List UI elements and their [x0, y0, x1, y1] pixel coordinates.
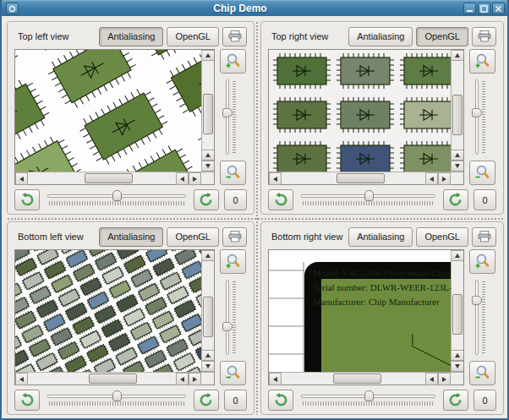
opengl-button[interactable]: OpenGL	[416, 27, 468, 46]
zoom-slider-handle[interactable]	[472, 296, 482, 305]
graphics-view[interactable]	[15, 50, 201, 172]
rotate-right-button[interactable]	[443, 189, 468, 210]
rotate-right-button[interactable]	[443, 390, 468, 411]
opengl-button[interactable]: OpenGL	[416, 227, 468, 247]
zoom-in-button[interactable]	[469, 249, 495, 274]
scroll-up-button[interactable]	[452, 50, 463, 61]
scroll-up-button[interactable]	[202, 250, 214, 261]
reset-button[interactable]: 0	[224, 189, 247, 210]
scroll-right-button[interactable]	[438, 373, 451, 385]
scroll-left-button[interactable]	[15, 373, 28, 385]
vertical-scroll-thumb[interactable]	[203, 94, 213, 134]
scroll-right-button[interactable]	[438, 172, 451, 185]
scroll-down-button[interactable]	[202, 361, 214, 372]
scroll-up-button-2[interactable]	[202, 350, 214, 361]
antialiasing-button[interactable]: Antialiasing	[99, 27, 163, 46]
zoom-slider[interactable]	[218, 78, 247, 156]
maximize-button[interactable]	[478, 3, 490, 14]
reset-button[interactable]: 0	[224, 390, 247, 411]
rotate-left-button[interactable]	[14, 189, 40, 210]
titlebar[interactable]: Chip Demo	[2, 0, 507, 16]
minimize-button[interactable]	[463, 3, 476, 14]
rotate-right-button[interactable]	[194, 189, 219, 210]
vertical-scroll-track[interactable]	[202, 261, 214, 350]
rotate-slider-handle[interactable]	[364, 190, 374, 201]
zoom-out-button[interactable]	[469, 361, 495, 385]
vertical-scrollbar[interactable]	[201, 50, 214, 172]
zoom-out-button[interactable]	[469, 161, 495, 185]
scroll-up-button-2[interactable]	[452, 350, 463, 361]
zoom-slider[interactable]	[468, 78, 496, 156]
scroll-left-button-2[interactable]	[425, 373, 438, 385]
horizontal-scroll-thumb[interactable]	[89, 374, 137, 384]
graphics-view[interactable]	[15, 250, 201, 372]
horizontal-scrollbar[interactable]	[15, 372, 214, 385]
horizontal-scrollbar[interactable]	[15, 172, 214, 184]
vertical-scroll-track[interactable]	[452, 261, 463, 350]
horizontal-scroll-thumb[interactable]	[337, 173, 385, 183]
print-button[interactable]	[472, 227, 496, 247]
zoom-in-button[interactable]	[220, 249, 246, 274]
rotate-slider[interactable]	[299, 188, 437, 211]
antialiasing-button[interactable]: Antialiasing	[348, 27, 413, 46]
horizontal-scrollbar[interactable]	[269, 372, 463, 385]
zoom-in-button[interactable]	[220, 49, 246, 74]
scroll-left-button-2[interactable]	[176, 172, 189, 185]
vertical-splitter-handle[interactable]	[254, 21, 260, 415]
print-button[interactable]	[472, 27, 496, 46]
scroll-up-button[interactable]	[452, 250, 463, 261]
rotate-left-button[interactable]	[268, 189, 293, 210]
rotate-right-button[interactable]	[194, 390, 219, 411]
rotate-slider[interactable]	[46, 188, 188, 211]
rotate-left-button[interactable]	[14, 390, 40, 411]
horizontal-scroll-track[interactable]	[28, 373, 176, 385]
zoom-slider[interactable]	[468, 278, 496, 357]
antialiasing-button[interactable]: Antialiasing	[348, 227, 413, 247]
opengl-button[interactable]: OpenGL	[167, 27, 219, 46]
opengl-button[interactable]: OpenGL	[167, 227, 219, 247]
rotate-left-button[interactable]	[268, 390, 293, 411]
vertical-scroll-thumb[interactable]	[452, 294, 462, 335]
zoom-slider-handle[interactable]	[222, 108, 233, 117]
scroll-right-button[interactable]	[189, 172, 201, 185]
vertical-scroll-track[interactable]	[202, 61, 214, 150]
reset-button[interactable]: 0	[473, 189, 496, 210]
graphics-view[interactable]: Model: VSC-2000 (Very Small Chip) at 9Se…	[269, 250, 451, 372]
scroll-up-button[interactable]	[202, 50, 214, 61]
zoom-slider-handle[interactable]	[222, 322, 233, 331]
vertical-scrollbar[interactable]	[201, 250, 214, 372]
zoom-in-button[interactable]	[469, 49, 495, 74]
reset-button[interactable]: 0	[473, 390, 496, 411]
graphics-view[interactable]	[269, 50, 451, 172]
scroll-left-button[interactable]	[15, 172, 28, 185]
scroll-down-button[interactable]	[452, 361, 463, 372]
rotate-slider-handle[interactable]	[364, 390, 374, 401]
rotate-slider[interactable]	[46, 389, 188, 412]
scroll-up-button-2[interactable]	[202, 150, 214, 161]
zoom-slider[interactable]	[218, 278, 247, 357]
horizontal-scroll-thumb[interactable]	[85, 173, 133, 183]
scroll-up-button-2[interactable]	[452, 150, 463, 161]
scroll-left-button-2[interactable]	[425, 172, 438, 185]
rotate-slider-handle[interactable]	[112, 190, 122, 201]
zoom-out-button[interactable]	[220, 161, 246, 185]
print-button[interactable]	[222, 27, 247, 46]
scroll-down-button[interactable]	[202, 161, 214, 172]
horizontal-scroll-track[interactable]	[282, 172, 425, 184]
vertical-scroll-track[interactable]	[452, 61, 463, 150]
print-button[interactable]	[222, 227, 247, 247]
vertical-scroll-thumb[interactable]	[203, 297, 213, 337]
vertical-scrollbar[interactable]	[451, 250, 463, 372]
antialiasing-button[interactable]: Antialiasing	[99, 227, 163, 247]
horizontal-scroll-track[interactable]	[282, 373, 425, 385]
horizontal-scroll-thumb[interactable]	[333, 374, 381, 384]
scroll-right-button[interactable]	[189, 373, 201, 385]
close-button[interactable]	[492, 3, 505, 14]
rotate-slider[interactable]	[299, 389, 437, 412]
scroll-down-button[interactable]	[452, 161, 463, 172]
horizontal-scrollbar[interactable]	[269, 172, 463, 184]
vertical-scrollbar[interactable]	[451, 50, 463, 172]
vertical-scroll-thumb[interactable]	[452, 95, 462, 135]
scroll-left-button-2[interactable]	[176, 373, 189, 385]
horizontal-scroll-track[interactable]	[28, 172, 176, 184]
